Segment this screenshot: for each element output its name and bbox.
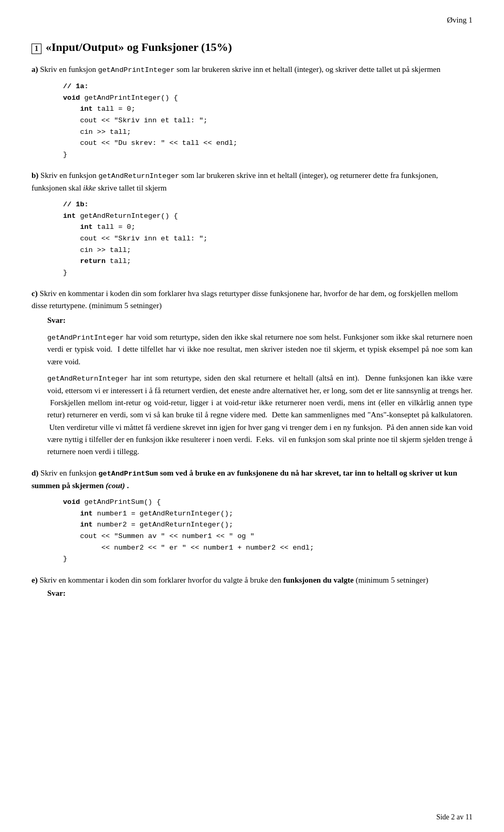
section-heading: «Input/Output» og Funksjoner (15%) (46, 40, 232, 54)
code-d-line2: int number2 = getAndReturnInteger(); (63, 521, 233, 529)
part-d-code: void getAndPrintSum() { int number1 = ge… (63, 497, 472, 565)
part-e: e) Skriv en kommentar i koden din som fo… (32, 574, 472, 598)
footer-text: Side 2 av 11 (436, 813, 472, 821)
code-b-line4: cin >> tall; (63, 246, 131, 254)
part-d-paren: (cout) (106, 481, 125, 490)
part-d-text1: Skriv en funksjon (40, 469, 98, 477)
part-c-para1: getAndPrintInteger har void som returtyp… (47, 331, 472, 368)
part-e-paren: (minimum 5 setninger) (355, 576, 428, 584)
part-b-funcname: getAndReturnInteger (99, 172, 180, 180)
code-a-line2: int tall = 0; (63, 105, 135, 113)
code-a-line3: cout << "Skriv inn et tall: "; (63, 117, 207, 124)
code-d-line3: cout << "Summen av " << number1 << " og … (63, 532, 255, 540)
code-d-line5: } (63, 555, 67, 563)
page-header: Øving 1 (32, 16, 472, 25)
part-d-intro: d) Skriv en funksjon getAndPrintSum som … (32, 467, 472, 491)
code-d-line4: << number2 << " er " << number1 + number… (63, 544, 314, 552)
section-title: 1 «Input/Output» og Funksjoner (15%) (32, 40, 472, 54)
part-c: c) Skriv en kommentar i koden din som fo… (32, 288, 472, 458)
code-b-comment: // 1b: (63, 201, 89, 208)
part-d-period: . (127, 481, 129, 490)
part-b-label: b) (32, 171, 38, 180)
code-b-line5: return tall; (63, 257, 131, 265)
code-a-comment: // 1a: (63, 82, 89, 90)
code-b-line3: cout << "Skriv inn et tall: "; (63, 235, 207, 243)
part-a: a) Skriv en funksjon getAndPrintInteger … (32, 64, 472, 160)
part-a-text1: Skriv en funksjon (40, 65, 98, 73)
code-d-line0: void getAndPrintSum() { (63, 498, 161, 506)
part-a-code: // 1a: void getAndPrintInteger() { int t… (63, 81, 472, 160)
section-number: 1 (32, 44, 41, 54)
code-a-line5: cout << "Du skrev: " << tall << endl; (63, 139, 237, 147)
part-b-text1: Skriv en funksjon (40, 171, 98, 180)
part-e-label: e) (32, 576, 38, 584)
header-title: Øving 1 (447, 16, 472, 24)
code-b-line2: int tall = 0; (63, 223, 135, 231)
code-a-line4: cin >> tall; (63, 128, 131, 136)
code-a-line1: void getAndPrintInteger() { (63, 94, 178, 102)
part-b: b) Skriv en funksjon getAndReturnInteger… (32, 170, 472, 278)
part-e-text2: funksjonen du valgte (283, 576, 355, 584)
part-d: d) Skriv en funksjon getAndPrintSum som … (32, 467, 472, 564)
part-e-answer: Svar: (47, 589, 472, 598)
part-c-answer: Svar: getAndPrintInteger har void som re… (47, 314, 472, 458)
code-b-line1: int getAndReturnInteger() { (63, 212, 178, 220)
code-d-line1: int number1 = getAndReturnInteger(); (63, 510, 233, 518)
part-d-label: d) (32, 469, 38, 477)
part-b-code: // 1b: int getAndReturnInteger() { int t… (63, 199, 472, 278)
part-c-answer-label: Svar: (47, 314, 472, 327)
part-c-intro: c) Skriv en kommentar i koden din som fo… (32, 288, 472, 311)
part-e-answer-label: Svar: (47, 589, 66, 597)
part-a-funcname: getAndPrintInteger (98, 66, 175, 74)
part-b-intro: b) Skriv en funksjon getAndReturnInteger… (32, 170, 472, 194)
code-b-line6: } (63, 269, 67, 277)
part-a-text2: som lar brukeren skrive inn et heltall (… (176, 65, 440, 73)
part-a-label: a) (32, 65, 38, 73)
part-c-label: c) (32, 289, 38, 298)
part-c-para2: getAndReturnInteger har int som returtyp… (47, 372, 472, 458)
part-a-intro: a) Skriv en funksjon getAndPrintInteger … (32, 64, 472, 76)
part-c-paren: (minimum 5 setninger) (89, 301, 162, 310)
code-a-line6: } (63, 151, 67, 159)
part-e-intro: e) Skriv en kommentar i koden din som fo… (32, 574, 472, 586)
part-d-funcname: getAndPrintSum (99, 470, 158, 478)
page-footer: Side 2 av 11 (436, 813, 472, 822)
part-e-text1: Skriv en kommentar i koden din som forkl… (39, 576, 283, 584)
